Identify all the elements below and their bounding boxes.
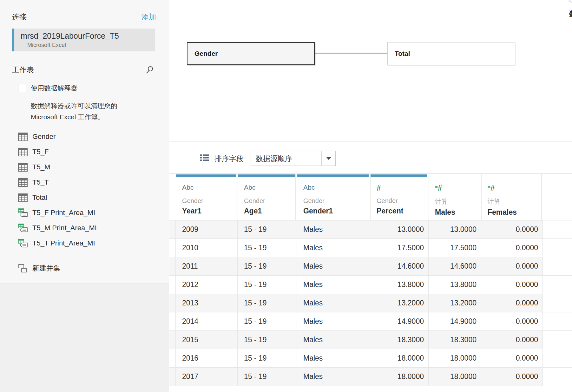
row-gutter-cell [169,368,176,386]
grid-cell: 2016 [176,349,238,367]
grid-cell: 18.0000 [370,368,429,386]
grid-cell: Males [297,368,370,386]
data-row-2017: 201715 - 19Males18.000018.00000.0000 [169,368,572,386]
sheet-item-gender[interactable]: Gender [0,129,169,144]
grid-cell: 15 - 19 [238,368,297,386]
data-row-2012: 201215 - 19Males13.800013.80000.0000 [169,276,572,294]
connection-item[interactable]: mrsd_2019LabourForce_T5 Microsoft Excel [12,29,155,51]
sheet-item-label: T5_M [32,163,50,171]
sidebar-divider [0,58,169,58]
connections-header: 连接 添加 [12,12,156,22]
grid-cell: 17.5000 [370,239,429,257]
grid-cell: 15 - 19 [238,276,297,294]
table-accent-strip [482,174,541,177]
column-field-name: Males [435,208,480,217]
column-header-age1[interactable]: AbcGenderAge1 [238,174,296,220]
sheet-item-label: Gender [32,133,56,141]
grid-cell: Males [297,331,370,349]
named-range-icon [18,208,28,218]
grid-row-filler [543,312,572,330]
grid-cell: 0.0000 [481,257,543,275]
sheet-item-label: T5_M Print_Area_MI [32,224,97,232]
grid-cell: 18.0000 [370,349,429,367]
connection-type: Microsoft Excel [27,42,66,49]
grid-cell: 0.0000 [481,349,543,367]
sheet-item-t5-m[interactable]: T5_M [0,160,169,175]
grid-row-filler [543,257,572,275]
grid-row-filler [543,276,572,294]
table-accent-strip [371,174,427,177]
column-table-name: Gender [303,197,369,205]
grid-header-filler [542,174,572,220]
named-range-icon [18,223,28,233]
grid-cell: 15 - 19 [238,312,297,330]
sheet-item-t5-t-print-area-mi[interactable]: T5_T Print_Area_MI [0,236,169,251]
row-gutter-cell [169,220,176,238]
row-gutter-cell [169,239,176,257]
sheet-item-total[interactable]: Total [0,190,169,205]
table-icon [18,193,28,202]
table-icon [18,147,28,157]
grid-cell: 2012 [176,276,238,294]
new-union-button[interactable]: 新建并集 [0,261,169,276]
chevron-down-icon [326,157,331,160]
sort-order-dropdown[interactable]: 数据源顺序 [251,151,336,166]
sheet-item-t5-t[interactable]: T5_T [0,175,169,190]
sheet-item-t5-f-print-area-mi[interactable]: T5_F Print_Area_MI [0,205,169,220]
grid-cell: 0.0000 [481,312,543,330]
row-gutter [169,174,176,220]
sheet-item-label: T5_F Print_Area_MI [32,209,95,217]
grid-cell: 2011 [176,257,238,275]
grid-cell: 18.0000 [429,368,481,386]
use-data-interpreter-label: 使用数据解释器 [31,84,77,93]
search-icon[interactable] [145,66,154,75]
union-icon [18,264,28,273]
canvas-node-gender[interactable]: Gender [187,42,315,65]
sheet-item-t5-m-print-area-mi[interactable]: T5_M Print_Area_MI [0,220,169,236]
field-type-icon: =# [435,184,480,193]
grid-cell: Males [297,349,370,367]
column-field-name: Gender1 [303,207,369,215]
row-gutter-cell [169,276,176,294]
grid-cell: Males [297,239,370,257]
sheet-item-label: T5_T [32,178,49,186]
column-header-gender1[interactable]: AbcGenderGender1 [297,174,369,220]
grid-header-row: AbcGenderYear1AbcGenderAge1AbcGenderGend… [169,174,572,220]
collapsed-panel-edge[interactable]: 数 [568,0,572,22]
grid-cell: 0.0000 [481,220,543,238]
grid-cell: 15 - 19 [238,239,297,257]
use-data-interpreter-checkbox[interactable] [18,84,26,92]
grid-cell: 0.0000 [481,368,543,386]
grid-row-filler [543,331,572,349]
grid-cell: 15 - 19 [238,331,297,349]
grid-cell: 18.0000 [429,349,481,367]
grid-cell: 2013 [176,294,238,312]
table-accent-strip [429,174,480,177]
column-header-year1[interactable]: AbcGenderYear1 [176,174,236,220]
named-range-icon [18,238,28,248]
list-view-icon [200,154,209,161]
sidebar-bottom-panel [0,284,169,392]
collapsed-panel-circle-icon [568,0,572,3]
row-gutter-cell [169,312,176,330]
canvas-node-total[interactable]: Total [387,42,515,65]
column-header-males[interactable]: =#计算Males [429,174,480,220]
grid-body: 200915 - 19Males13.000013.00000.00002010… [169,220,572,386]
row-gutter-cell [169,349,176,367]
connection-selected-bar [12,29,14,51]
sheet-item-label: Total [32,193,47,202]
grid-cell: 18.3000 [429,331,481,349]
column-header-females[interactable]: =#计算Females [481,174,542,220]
data-row-2009: 200915 - 19Males13.000013.00000.0000 [169,220,572,239]
add-connection-link[interactable]: 添加 [141,12,156,22]
sheet-item-t5-f[interactable]: T5_F [0,144,169,160]
column-field-name: Females [488,208,541,217]
grid-cell: 13.2000 [370,294,429,312]
grid-cell: 15 - 19 [238,294,297,312]
table-accent-strip [238,174,295,177]
column-header-percent[interactable]: #GenderPercent [370,174,427,220]
list-view-button[interactable] [197,150,212,165]
preview-toolbar: 排序字段 数据源顺序 [169,142,572,173]
sort-order-value: 数据源顺序 [256,154,292,164]
sheets-header: 工作表 [12,65,154,75]
